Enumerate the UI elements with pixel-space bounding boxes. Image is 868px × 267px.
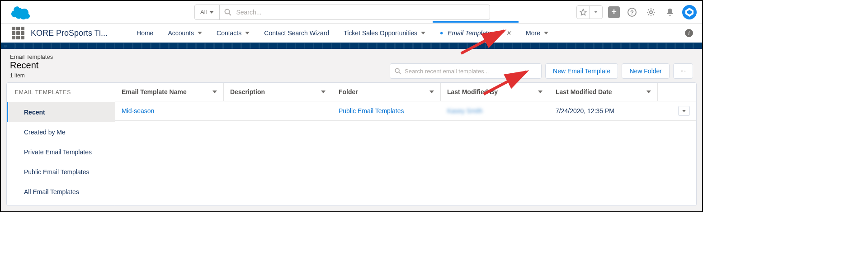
nav-tab-accounts[interactable]: Accounts <box>160 23 209 43</box>
list-filter-search <box>390 63 542 79</box>
column-header-folder[interactable]: Folder <box>332 83 441 101</box>
cell-modified-date: 7/24/2020, 12:35 PM <box>549 101 658 120</box>
svg-point-17 <box>682 71 682 71</box>
help-button[interactable]: ? <box>625 5 639 19</box>
search-scope-dropdown[interactable]: All <box>195 5 220 19</box>
sidebar-heading: EMAIL TEMPLATES <box>7 83 115 102</box>
global-search: All <box>194 5 490 20</box>
question-icon: ? <box>627 7 637 17</box>
chevron-down-icon <box>321 91 326 93</box>
row-actions-button[interactable] <box>678 106 690 116</box>
avatar-icon <box>684 6 695 18</box>
list-settings-button[interactable] <box>673 63 693 79</box>
nav-tab-email-templates[interactable]: •Email Templates✕ <box>433 23 519 43</box>
new-email-template-button[interactable]: New Email Template <box>545 63 618 79</box>
favorite-button[interactable] <box>577 6 590 19</box>
chevron-down-icon <box>594 11 598 13</box>
svg-line-11 <box>648 14 649 15</box>
nav-tab-contact-search-wizard[interactable]: Contact Search Wizard <box>257 23 336 43</box>
object-label: Email Templates <box>10 53 53 60</box>
chevron-down-icon <box>245 32 250 34</box>
item-count: 1 item <box>10 72 53 79</box>
close-tab-icon[interactable]: ✕ <box>506 29 511 37</box>
plus-icon: + <box>611 7 617 17</box>
chevron-down-icon <box>538 91 542 93</box>
user-avatar[interactable] <box>682 5 697 19</box>
new-folder-button[interactable]: New Folder <box>622 63 670 79</box>
column-header-modified-date[interactable]: Last Modified Date <box>549 83 658 101</box>
sidebar-item-all-email-templates[interactable]: All Email Templates <box>7 182 115 202</box>
svg-line-12 <box>653 9 654 10</box>
notifications-button[interactable] <box>663 5 677 19</box>
pattern-bar <box>1 43 702 49</box>
favorites-combo <box>576 5 603 19</box>
nav-tab-contacts[interactable]: Contacts <box>209 23 257 43</box>
info-icon[interactable]: i <box>685 29 693 37</box>
global-search-input[interactable] <box>236 9 485 16</box>
column-header-actions <box>658 83 696 101</box>
sidebar-item-public-email-templates[interactable]: Public Email Templates <box>7 162 115 182</box>
app-launcher-icon[interactable] <box>12 27 24 39</box>
chevron-down-icon <box>646 91 651 93</box>
svg-line-1 <box>229 13 231 15</box>
chevron-down-icon <box>684 70 685 72</box>
bell-icon <box>665 8 675 17</box>
favorites-dropdown[interactable] <box>590 6 602 19</box>
chevron-down-icon <box>429 91 434 93</box>
svg-line-9 <box>648 9 649 10</box>
gear-icon <box>681 67 683 75</box>
svg-point-0 <box>225 9 230 14</box>
gear-icon <box>646 7 656 17</box>
svg-point-4 <box>650 11 652 14</box>
chevron-down-icon <box>212 91 217 93</box>
chevron-down-icon <box>198 32 202 34</box>
svg-text:?: ? <box>630 9 634 16</box>
table-row: Mid-season Public Email Templates Kasey … <box>115 101 696 121</box>
chevron-down-icon <box>544 32 548 34</box>
nav-tab-ticket-sales-opportunities[interactable]: Ticket Sales Opportunities <box>336 23 433 43</box>
setup-button[interactable] <box>644 5 658 19</box>
star-icon <box>580 9 587 16</box>
template-name-link[interactable]: Mid-season <box>122 107 154 114</box>
column-header-modified-by[interactable]: Last Modified By <box>441 83 549 101</box>
column-header-description[interactable]: Description <box>224 83 332 101</box>
sidebar-item-recent[interactable]: Recent <box>7 102 115 122</box>
sidebar-item-created-by-me[interactable]: Created by Me <box>7 122 115 142</box>
search-icon <box>224 9 231 16</box>
nav-tab-home[interactable]: Home <box>129 23 160 43</box>
svg-line-16 <box>399 72 401 74</box>
app-name: KORE ProSports Ti... <box>31 29 108 38</box>
cell-description <box>224 101 332 120</box>
search-icon <box>395 68 401 74</box>
column-header-name[interactable]: Email Template Name <box>115 83 224 101</box>
search-scope-label: All <box>200 9 207 15</box>
svg-line-10 <box>653 14 654 15</box>
chevron-down-icon <box>209 11 214 14</box>
chevron-down-icon <box>421 32 425 34</box>
folder-link[interactable]: Public Email Templates <box>339 107 404 114</box>
global-create-button[interactable]: + <box>608 6 620 18</box>
list-filter-input[interactable] <box>405 68 537 75</box>
sidebar-item-private-email-templates[interactable]: Private Email Templates <box>7 142 115 162</box>
svg-point-15 <box>395 68 399 72</box>
chevron-down-icon <box>682 110 686 112</box>
cell-modified-by: Kasey Smith <box>447 107 483 114</box>
chevron-down-icon <box>498 32 502 34</box>
nav-tab-more[interactable]: More <box>519 23 556 43</box>
salesforce-logo[interactable] <box>10 5 32 19</box>
list-view-name: Recent <box>10 60 53 71</box>
